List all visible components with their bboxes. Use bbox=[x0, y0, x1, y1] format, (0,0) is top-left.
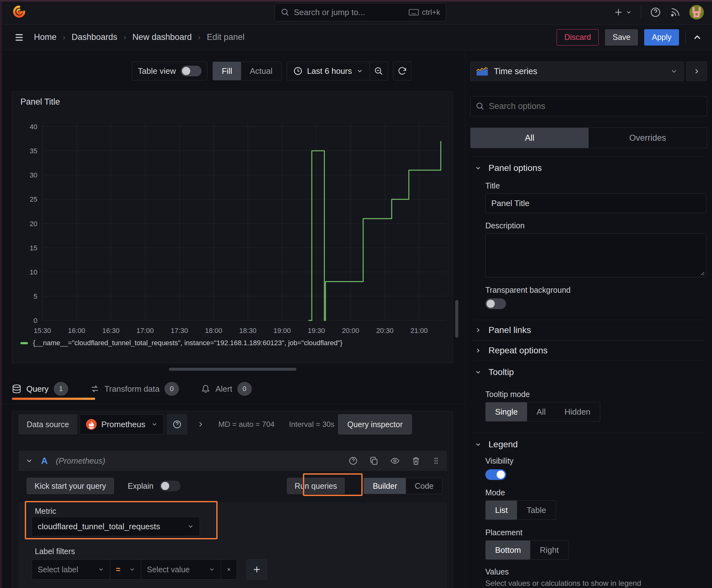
visualization-picker[interactable]: Time series bbox=[470, 62, 684, 81]
zoom-out-button[interactable] bbox=[369, 62, 388, 80]
collapse-header-button[interactable] bbox=[692, 32, 703, 43]
tab-transform[interactable]: Transform data 0 bbox=[90, 382, 179, 396]
select-label-dropdown[interactable]: Select label bbox=[32, 560, 110, 580]
time-series-chart[interactable]: 051015202530354015:3016:0016:3017:0017:3… bbox=[12, 91, 453, 363]
series-line[interactable] bbox=[308, 141, 441, 320]
trash-icon[interactable] bbox=[411, 456, 421, 465]
options-search-input[interactable] bbox=[489, 102, 702, 111]
keyboard-icon bbox=[409, 8, 419, 16]
options-search[interactable] bbox=[470, 96, 707, 116]
toggle-viz-picker-button[interactable] bbox=[686, 62, 707, 81]
fill-option[interactable]: Fill bbox=[213, 62, 241, 80]
legend-mode-table[interactable]: Table bbox=[517, 501, 555, 520]
chart-panel: Panel Title 051015202530354015:3016:0016… bbox=[12, 91, 453, 363]
search-input[interactable] bbox=[294, 7, 404, 17]
explain-toggle[interactable] bbox=[160, 481, 180, 491]
search-icon bbox=[281, 8, 289, 17]
description-textarea[interactable] bbox=[486, 233, 706, 277]
run-queries-button[interactable]: Run queries bbox=[287, 478, 345, 494]
tooltip-mode-single[interactable]: Single bbox=[486, 402, 527, 421]
y-tick-label: 25 bbox=[30, 195, 37, 203]
legend-mode-list[interactable]: List bbox=[486, 501, 517, 520]
time-series-icon bbox=[476, 67, 488, 76]
datasource-picker[interactable]: Prometheus bbox=[80, 414, 164, 435]
y-tick-label: 35 bbox=[30, 147, 37, 155]
select-value-dropdown[interactable]: Select value bbox=[141, 560, 221, 580]
avatar[interactable] bbox=[689, 5, 704, 19]
tab-alert[interactable]: Alert 0 bbox=[201, 382, 252, 396]
placement-bottom[interactable]: Bottom bbox=[486, 541, 530, 560]
time-range-label: Last 6 hours bbox=[307, 66, 352, 76]
legend-series-label[interactable]: {__name__="cloudflared_tunnel_total_requ… bbox=[33, 339, 343, 347]
section-panel-links[interactable]: Panel links bbox=[470, 320, 707, 340]
zoom-out-icon bbox=[374, 66, 383, 76]
help-icon[interactable] bbox=[348, 456, 358, 465]
section-legend[interactable]: Legend bbox=[470, 433, 707, 449]
panel-title-input[interactable] bbox=[486, 193, 706, 213]
resize-handle-icon[interactable] bbox=[699, 270, 705, 276]
breadcrumb-new-dashboard[interactable]: New dashboard bbox=[132, 33, 192, 42]
refresh-icon bbox=[397, 66, 407, 76]
breadcrumb-dashboards[interactable]: Dashboards bbox=[71, 33, 117, 42]
drag-handle-icon[interactable] bbox=[432, 456, 440, 465]
new-menu-button[interactable] bbox=[614, 7, 632, 17]
visualization-value: Time series bbox=[494, 67, 537, 76]
builder-option[interactable]: Builder bbox=[364, 478, 406, 494]
vertical-scrollbar[interactable] bbox=[455, 300, 458, 338]
actual-option[interactable]: Actual bbox=[241, 62, 281, 80]
active-tab-indicator bbox=[12, 398, 95, 400]
kick-start-button[interactable]: Kick start your query bbox=[27, 478, 114, 494]
section-repeat-options[interactable]: Repeat options bbox=[470, 340, 707, 361]
y-tick-label: 40 bbox=[30, 123, 37, 131]
placement-right[interactable]: Right bbox=[530, 541, 568, 560]
apply-button[interactable]: Apply bbox=[644, 29, 679, 45]
duplicate-icon[interactable] bbox=[369, 456, 379, 465]
tooltip-mode-hidden[interactable]: Hidden bbox=[555, 402, 600, 421]
legend-placement-segment: Bottom Right bbox=[486, 540, 568, 560]
transparent-background-toggle[interactable] bbox=[486, 298, 506, 309]
chevron-down-icon[interactable] bbox=[25, 457, 33, 465]
remove-filter-button[interactable] bbox=[221, 560, 237, 580]
legend-mode-segment: List Table bbox=[486, 500, 556, 520]
save-button[interactable]: Save bbox=[605, 29, 638, 45]
tab-query[interactable]: Query 1 bbox=[12, 382, 68, 396]
datasource-help-button[interactable] bbox=[167, 414, 187, 435]
grafana-logo[interactable] bbox=[13, 4, 26, 19]
breadcrumb-home[interactable]: Home bbox=[34, 33, 57, 42]
tab-overrides[interactable]: Overrides bbox=[589, 128, 707, 148]
refresh-button[interactable] bbox=[393, 62, 411, 80]
x-tick-label: 17:30 bbox=[171, 327, 188, 335]
select-label-value: Select label bbox=[38, 565, 78, 574]
help-button[interactable] bbox=[650, 6, 661, 18]
horizontal-scrollbar[interactable] bbox=[169, 368, 296, 371]
add-filter-button[interactable] bbox=[246, 560, 267, 580]
chevron-down-icon bbox=[151, 421, 158, 428]
global-search[interactable]: ctrl+k bbox=[275, 3, 446, 21]
chart-legend[interactable]: {__name__="cloudflared_tunnel_total_requ… bbox=[20, 339, 343, 347]
query-row-header[interactable]: A (Prometheus) bbox=[19, 451, 447, 471]
code-option[interactable]: Code bbox=[406, 478, 442, 494]
tab-all[interactable]: All bbox=[471, 128, 589, 148]
chevron-down-icon bbox=[626, 9, 632, 15]
panel-options-sidebar: Time series All Overrides Panel options … bbox=[465, 50, 712, 588]
menu-toggle-button[interactable] bbox=[14, 33, 24, 42]
datasource-label: Data source bbox=[19, 414, 77, 435]
metric-select[interactable]: cloudflared_tunnel_total_requests bbox=[32, 517, 200, 536]
tooltip-mode-all[interactable]: All bbox=[527, 402, 555, 421]
discard-button[interactable]: Discard bbox=[557, 29, 599, 45]
news-button[interactable] bbox=[670, 7, 681, 18]
time-range-picker[interactable]: Last 6 hours bbox=[287, 62, 369, 80]
table-view-toggle[interactable] bbox=[181, 66, 201, 76]
legend-visibility-toggle[interactable] bbox=[486, 469, 506, 480]
section-tooltip[interactable]: Tooltip bbox=[470, 361, 707, 377]
close-icon bbox=[226, 566, 231, 573]
section-panel-options[interactable]: Panel options bbox=[470, 157, 707, 173]
x-tick-label: 19:30 bbox=[308, 327, 325, 335]
transform-icon bbox=[90, 384, 100, 394]
operator-dropdown[interactable]: = bbox=[110, 560, 141, 580]
x-tick-label: 21:00 bbox=[410, 327, 428, 335]
chevron-down-icon bbox=[670, 67, 678, 75]
eye-icon[interactable] bbox=[390, 456, 400, 465]
chevron-right-icon[interactable] bbox=[196, 420, 205, 428]
query-inspector-button[interactable]: Query inspector bbox=[338, 414, 412, 435]
